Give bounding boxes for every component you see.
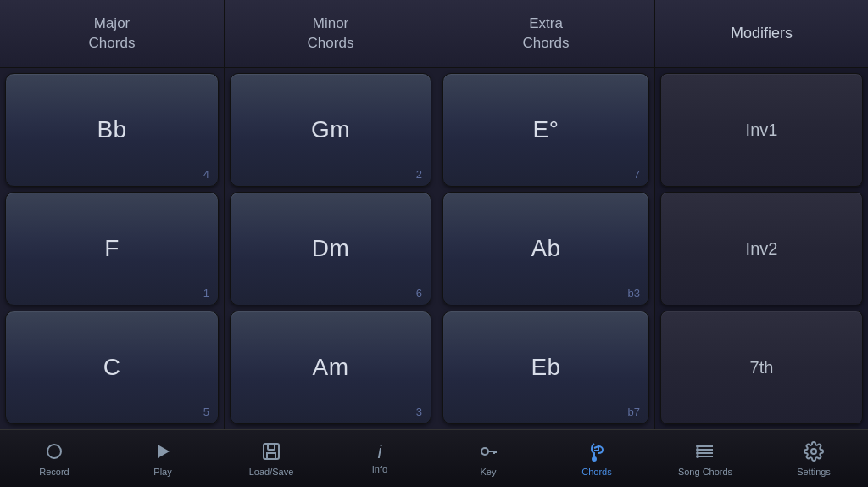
- modifier-inv2[interactable]: Inv2: [660, 192, 863, 305]
- major-chords-section: Bb 4 F 1 C 5: [0, 68, 225, 429]
- svg-point-16: [697, 452, 698, 454]
- extra-chord-ab[interactable]: Ab b3: [442, 192, 649, 305]
- minor-chord-gm[interactable]: Gm 2: [230, 73, 431, 187]
- toolbar-settings[interactable]: Settings: [760, 430, 868, 487]
- toolbar-key[interactable]: Key: [434, 430, 542, 487]
- record-icon: [44, 441, 64, 464]
- major-chord-bb[interactable]: Bb 4: [5, 73, 219, 187]
- key-icon: [478, 441, 498, 464]
- toolbar-record[interactable]: Record: [0, 430, 108, 487]
- info-icon: i: [378, 443, 382, 462]
- gear-icon: [804, 441, 824, 464]
- major-chord-f[interactable]: F 1: [5, 192, 219, 305]
- extra-chord-eb[interactable]: Eb b7: [442, 311, 649, 424]
- svg-point-14: [697, 445, 698, 447]
- svg-point-18: [811, 449, 816, 454]
- toolbar: Record Play Load/Save i Info: [0, 429, 868, 487]
- svg-rect-4: [267, 453, 275, 459]
- extra-chords-section: E° 7 Ab b3 Eb b7: [437, 68, 655, 429]
- list-icon: [695, 441, 715, 464]
- minor-chord-am[interactable]: Am 3: [230, 311, 431, 424]
- toolbar-chords[interactable]: Chords: [542, 430, 651, 487]
- minor-chords-section: Gm 2 Dm 6 Am 3: [225, 68, 437, 429]
- music-clef-icon: [587, 441, 607, 464]
- main-area: Bb 4 F 1 C 5 Gm 2 Dm 6 Am 3 E° 7: [0, 68, 868, 429]
- svg-point-15: [697, 449, 698, 451]
- major-chord-c[interactable]: C 5: [5, 311, 219, 424]
- floppy-icon: [261, 441, 281, 464]
- modifier-inv1[interactable]: Inv1: [660, 73, 863, 187]
- toolbar-info[interactable]: i Info: [326, 430, 434, 487]
- svg-point-0: [47, 445, 61, 458]
- header-major-chords: Major Chords: [0, 0, 225, 67]
- minor-chord-dm[interactable]: Dm 6: [230, 192, 431, 305]
- modifiers-section: Inv1 Inv2 7th: [655, 68, 868, 429]
- svg-point-17: [697, 456, 698, 457]
- svg-rect-2: [264, 444, 279, 459]
- svg-point-5: [481, 448, 488, 455]
- header-minor-chords: Minor Chords: [225, 0, 437, 67]
- svg-rect-3: [268, 444, 275, 450]
- svg-point-9: [593, 457, 596, 461]
- header-modifiers: Modifiers: [655, 0, 868, 67]
- toolbar-song-chords[interactable]: Song Chords: [651, 430, 760, 487]
- header-extra-chords: Extra Chords: [437, 0, 655, 67]
- svg-marker-1: [158, 445, 170, 458]
- header: Major Chords Minor Chords Extra Chords M…: [0, 0, 868, 68]
- modifier-7th[interactable]: 7th: [660, 311, 863, 424]
- extra-chord-edim[interactable]: E° 7: [442, 73, 649, 187]
- toolbar-play[interactable]: Play: [108, 430, 217, 487]
- toolbar-loadsave[interactable]: Load/Save: [217, 430, 326, 487]
- play-icon: [153, 441, 173, 464]
